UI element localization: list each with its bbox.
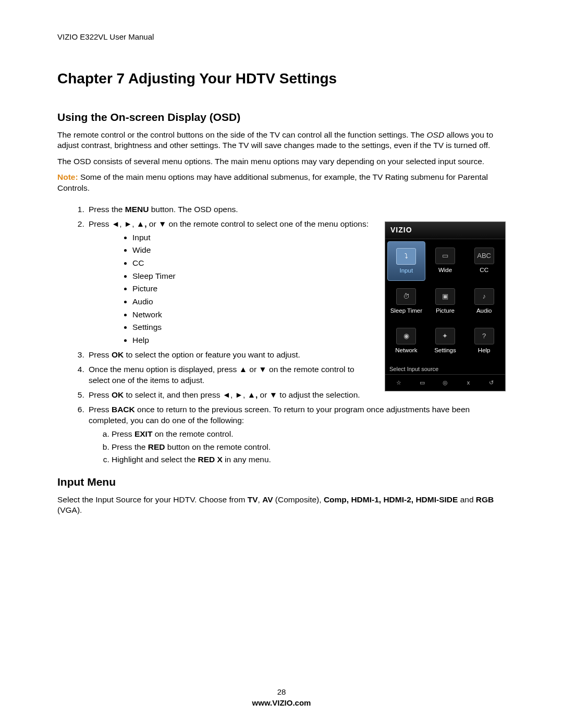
text: Press [89, 405, 112, 414]
osd-bottom-icon[interactable]: ◎ [434, 379, 457, 387]
osd-item-network[interactable]: ◉Network [387, 322, 425, 360]
osd-item-label: Settings [434, 347, 456, 354]
text: or ▼ to adjust the selection. [258, 390, 360, 399]
osd-grid: ⤵Input▭WideABCCC⏱Sleep Timer▣Picture♪Aud… [385, 239, 505, 362]
osd-brand: VIZIO [385, 222, 505, 239]
osd-bottom-icon[interactable]: ↺ [480, 379, 503, 387]
text: (Composite), [273, 495, 324, 504]
picture-icon: ▣ [435, 288, 455, 305]
osd-item-label: Picture [436, 307, 455, 314]
step-1: Press the MENU button. The OSD opens. [87, 204, 506, 215]
osd-item-settings[interactable]: ✦Settings [426, 322, 464, 360]
page-number: 28 [0, 687, 563, 696]
osd-bottom-bar: ☆▭◎x↺ [385, 374, 505, 391]
osd-screenshot: VIZIO ⤵Input▭WideABCCC⏱Sleep Timer▣Pictu… [385, 221, 506, 391]
bold-back: BACK [112, 405, 135, 414]
input-icon: ⤵ [396, 248, 416, 265]
text: , [258, 495, 263, 504]
input-paragraph: Select the Input Source for your HDTV. C… [57, 495, 506, 516]
footer-url: www.VIZIO.com [0, 698, 563, 707]
osd-bottom-icon[interactable]: ☆ [387, 379, 410, 387]
osd-item-label: Help [478, 347, 491, 354]
note-text: Some of the main menu options may have a… [57, 172, 488, 192]
bold-menu: MENU [125, 205, 149, 214]
text: The remote control or the control button… [57, 130, 427, 139]
sub-step-b: Press the RED button on the remote contr… [112, 441, 506, 453]
osd-item-sleep-timer[interactable]: ⏱Sleep Timer [387, 282, 425, 320]
text: Select the Input Source for your HDTV. C… [57, 495, 248, 504]
bold-inputs: Comp, HDMI-1, HDMI-2, HDMI-SIDE [324, 495, 458, 504]
manual-page: VIZIO E322VL User Manual Chapter 7 Adjus… [0, 0, 563, 728]
text: Press [112, 429, 134, 438]
step-6: Press BACK once to return to the previou… [87, 404, 506, 465]
cc-icon: ABC [474, 248, 494, 264]
text: button. The OSD opens. [149, 205, 238, 214]
doc-header: VIZIO E322VL User Manual [57, 32, 506, 41]
osd-bottom-icon[interactable]: ▭ [410, 379, 433, 387]
note-label: Note: [57, 172, 78, 181]
step-2: VIZIO ⤵Input▭WideABCCC⏱Sleep Timer▣Pictu… [87, 218, 506, 346]
osd-item-label: Audio [476, 307, 492, 314]
osd-panel: VIZIO ⤵Input▭WideABCCC⏱Sleep Timer▣Pictu… [385, 221, 506, 391]
osd-item-label: Wide [438, 267, 452, 274]
network-icon: ◉ [396, 328, 416, 344]
osd-item-label: CC [480, 267, 488, 274]
osd-item-wide[interactable]: ▭Wide [426, 241, 464, 280]
text: Press [89, 350, 112, 359]
sleep-timer-icon: ⏱ [396, 288, 416, 305]
osd-bottom-icon[interactable]: x [457, 379, 480, 387]
sub-steps: Press EXIT on the remote control. Press … [89, 428, 506, 465]
osd-hint: Select Input source [385, 362, 505, 374]
osd-item-label: Sleep Timer [390, 307, 422, 314]
text: (VGA). [57, 505, 82, 514]
text: to select it, and then press ◄, ►, ▲ [124, 390, 255, 399]
steps-list: Press the MENU button. The OSD opens. VI… [57, 204, 506, 465]
bold-tv: TV [248, 495, 258, 504]
bold-ok: OK [112, 390, 124, 399]
section-heading-osd: Using the On-screen Display (OSD) [57, 111, 506, 124]
osd-item-label: Input [400, 267, 413, 274]
bold-red-x: RED X [198, 455, 222, 464]
text: and [458, 495, 475, 504]
help-icon: ? [474, 328, 494, 344]
text: in any menu. [223, 455, 271, 464]
osd-item-input[interactable]: ⤵Input [387, 241, 425, 281]
osd-item-picture[interactable]: ▣Picture [426, 282, 464, 320]
audio-icon: ♪ [474, 288, 494, 305]
sub-step-c: Highlight and select the RED X in any me… [112, 454, 506, 465]
bold-av: AV [262, 495, 273, 504]
text: once to return to the previous screen. T… [89, 405, 470, 425]
text: Press [89, 390, 112, 399]
bold-exit: EXIT [134, 429, 152, 438]
text: on the remote control. [152, 429, 233, 438]
chapter-title: Chapter 7 Adjusting Your HDTV Settings [57, 70, 506, 87]
bold-ok: OK [112, 350, 124, 359]
text: Press the [112, 442, 148, 451]
bold-rgb: RGB [476, 495, 494, 504]
sub-step-a: Press EXIT on the remote control. [112, 428, 506, 440]
bold-red: RED [148, 442, 165, 451]
text: to select the option or feature you want… [124, 350, 300, 359]
text: Press ◄, ►, ▲ [89, 219, 144, 228]
paragraph: The remote control or the control button… [57, 130, 506, 151]
osd-item-label: Network [395, 347, 417, 354]
note-paragraph: Note: Some of the main menu options may … [57, 172, 506, 193]
settings-icon: ✦ [435, 328, 455, 344]
paragraph: The OSD consists of several menu options… [57, 156, 506, 167]
page-footer: 28 www.VIZIO.com [0, 687, 563, 707]
text: button on the remote control. [165, 442, 271, 451]
section-heading-input: Input Menu [57, 476, 506, 488]
wide-icon: ▭ [435, 248, 455, 264]
text: or ▼ on the remote control to select one… [147, 219, 369, 228]
osd-item-cc[interactable]: ABCCC [465, 241, 503, 280]
osd-item-audio[interactable]: ♪Audio [465, 282, 503, 320]
emphasis-osd: OSD [427, 130, 445, 139]
osd-item-help[interactable]: ?Help [465, 322, 503, 360]
text: Press the [89, 205, 125, 214]
text: Highlight and select the [112, 455, 198, 464]
